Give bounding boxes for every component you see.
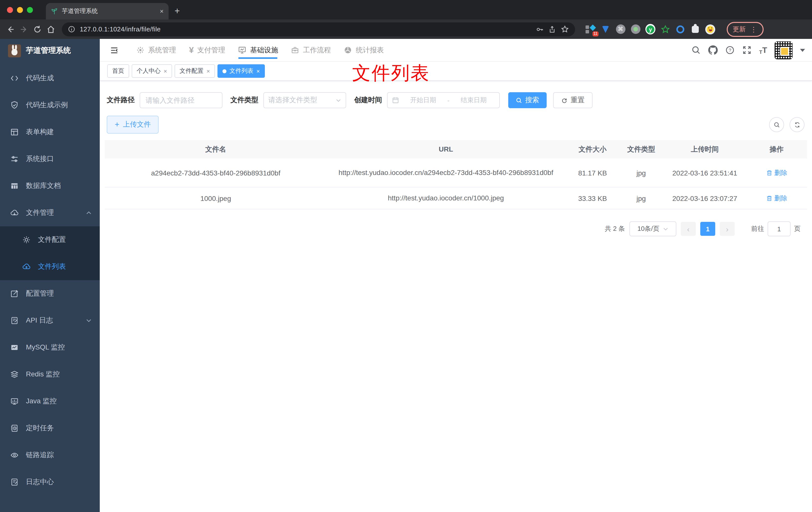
new-tab-button[interactable]: + — [175, 6, 180, 17]
close-icon[interactable]: × — [206, 67, 210, 74]
forward-button[interactable] — [20, 25, 28, 34]
table-row: a294ecb2-73dd-4353-bf40-296b8931d0bf htt… — [105, 158, 807, 187]
extension-y-icon[interactable]: y — [645, 24, 656, 34]
date-separator: - — [447, 96, 450, 104]
sidebar-item-file-manage[interactable]: 文件管理 — [0, 200, 100, 226]
password-key-icon[interactable] — [536, 25, 544, 33]
browser-tab[interactable]: 芋道管理系统 × — [46, 3, 169, 20]
share-icon[interactable] — [548, 25, 556, 33]
search-button[interactable]: 搜索 — [508, 92, 547, 108]
chevron-down-icon — [86, 318, 92, 324]
close-window-button[interactable] — [7, 7, 13, 13]
sidebar-item-scheduled-jobs[interactable]: 定时任务 — [0, 415, 100, 442]
reload-button[interactable] — [33, 25, 42, 34]
sidebar-submenu-file: 文件配置 文件列表 — [0, 226, 100, 280]
tag-home[interactable]: 首页 — [107, 64, 129, 78]
sidebar-item-code-demo[interactable]: 代码生成示例 — [0, 92, 100, 119]
collapse-sidebar-icon[interactable] — [110, 46, 119, 55]
browser-menu-icon[interactable]: ⋮ — [750, 25, 758, 33]
sidebar-item-redis-monitor[interactable]: Redis 监控 — [0, 361, 100, 388]
tab-close-icon[interactable]: × — [160, 7, 164, 15]
nav-item-system[interactable]: 系统管理 — [130, 39, 182, 61]
github-icon[interactable] — [708, 46, 718, 55]
cell-url: http://test.yudao.iocoder.cn/a294ecb2-73… — [327, 168, 565, 178]
file-path-input[interactable] — [141, 96, 221, 104]
sidebar-item-file-list[interactable]: 文件列表 — [0, 253, 100, 280]
plus-icon: + — [115, 121, 119, 129]
address-bar[interactable]: 127.0.0.1:1024/infra/file/file — [62, 22, 575, 36]
toggle-search-button[interactable] — [769, 117, 784, 132]
col-time: 上传时间 — [662, 145, 747, 154]
date-range-picker[interactable]: 开始日期 - 结束日期 — [387, 92, 500, 108]
sidebar-item-file-config[interactable]: 文件配置 — [0, 226, 100, 253]
home-button[interactable] — [47, 25, 55, 34]
extension-dot-icon[interactable] — [631, 24, 640, 34]
site-info-icon[interactable] — [68, 25, 75, 33]
app-logo-row[interactable]: 芋道管理系统 — [0, 39, 100, 62]
nav-item-report[interactable]: 统计报表 — [338, 39, 390, 61]
next-page-button[interactable]: › — [720, 222, 735, 236]
col-actions: 操作 — [747, 145, 806, 154]
prev-page-button[interactable]: ‹ — [681, 222, 696, 236]
sidebar-item-java-monitor[interactable]: Java 监控 — [0, 388, 100, 415]
start-date-placeholder[interactable]: 开始日期 — [402, 96, 444, 105]
sidebar-item-db-doc[interactable]: 数据库文档 — [0, 173, 100, 200]
refresh-icon — [561, 97, 568, 103]
nav-item-pay[interactable]: ¥ 支付管理 — [182, 39, 232, 61]
goto-page-input[interactable] — [767, 221, 790, 236]
fullscreen-icon[interactable] — [742, 46, 752, 55]
search-icon[interactable] — [691, 46, 701, 55]
sidebar-item-config-manage[interactable]: 配置管理 — [0, 280, 100, 307]
sidebar-item-api-log[interactable]: API 日志 — [0, 307, 100, 334]
close-icon[interactable]: × — [164, 67, 167, 74]
nav-item-workflow[interactable]: 工作流程 — [285, 39, 338, 61]
avatar[interactable] — [775, 41, 792, 59]
infra-monitor-icon — [238, 46, 246, 54]
extension-command-icon[interactable]: ⌘ — [615, 24, 626, 34]
minimize-window-button[interactable] — [17, 7, 23, 13]
sidebar-item-code-gen[interactable]: 代码生成 — [0, 65, 100, 92]
tag-file-list[interactable]: 文件列表× — [218, 64, 265, 78]
delete-button[interactable]: 删除 — [766, 194, 787, 203]
close-icon[interactable]: × — [256, 67, 260, 74]
back-button[interactable] — [6, 25, 15, 34]
delete-button[interactable]: 删除 — [766, 168, 787, 177]
database-table-icon — [10, 181, 19, 190]
refresh-table-button[interactable] — [789, 117, 805, 132]
extension-eye-icon[interactable] — [675, 24, 685, 34]
sidebar-item-log-center[interactable]: 日志中心 — [0, 469, 100, 495]
sidebar-item-mysql-monitor[interactable]: MySQL 监控 — [0, 334, 100, 361]
extension-tiles-icon[interactable]: 11 — [585, 24, 596, 34]
nav-item-infra[interactable]: 基础设施 — [232, 39, 285, 61]
extension-emoji-icon[interactable] — [705, 24, 715, 34]
extension-puzzle-icon[interactable] — [690, 24, 700, 34]
page-size-select[interactable]: 10条/页 — [630, 221, 676, 236]
current-page-button[interactable]: 1 — [700, 222, 715, 236]
sidebar-item-tracing[interactable]: 链路追踪 — [0, 442, 100, 469]
annotation-text: 文件列表 — [352, 61, 430, 86]
extension-star-icon[interactable] — [660, 24, 670, 34]
cloud-download-icon — [10, 208, 19, 217]
edit-square-icon — [10, 289, 19, 298]
favicon — [51, 8, 58, 15]
extension-gem-icon[interactable] — [601, 24, 610, 34]
trash-icon — [766, 170, 772, 176]
tag-file-config[interactable]: 文件配置× — [175, 64, 215, 78]
search-icon — [516, 97, 522, 103]
calendar-icon — [392, 97, 399, 104]
browser-update-button[interactable]: 更新 ⋮ — [727, 22, 764, 37]
help-icon[interactable]: ? — [725, 46, 735, 55]
file-type-select[interactable]: 请选择文件类型 — [263, 92, 346, 108]
tag-profile[interactable]: 个人中心× — [132, 64, 172, 78]
maximize-window-button[interactable] — [27, 7, 33, 13]
avatar-caret-icon[interactable] — [800, 49, 805, 52]
font-size-icon[interactable]: TT — [759, 46, 767, 55]
sidebar-item-form-builder[interactable]: 表单构建 — [0, 119, 100, 146]
table-toolbar: + 上传文件 — [107, 116, 807, 133]
top-nav: 系统管理 ¥ 支付管理 基础设施 工作流程 — [130, 39, 390, 61]
reset-button[interactable]: 重置 — [553, 92, 592, 108]
end-date-placeholder[interactable]: 结束日期 — [453, 96, 495, 105]
bookmark-star-icon[interactable] — [561, 25, 569, 33]
upload-file-button[interactable]: + 上传文件 — [107, 116, 159, 133]
sidebar-item-system-api[interactable]: 系统接口 — [0, 146, 100, 173]
